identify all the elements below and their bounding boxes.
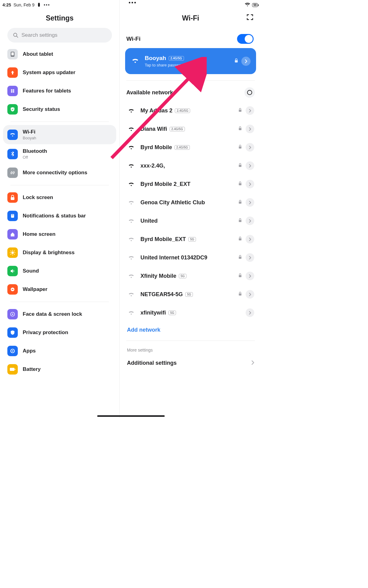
sidebar-item-notifs[interactable]: Notifications & status bar	[3, 207, 116, 225]
network-ssid: United	[140, 218, 158, 224]
divider	[10, 185, 109, 185]
sidebar-item-label: Battery	[23, 366, 41, 372]
svg-rect-33	[239, 183, 242, 185]
network-row[interactable]: xfinitywifi5G	[125, 303, 256, 322]
network-details-button[interactable]	[246, 235, 254, 243]
svg-rect-36	[239, 238, 242, 240]
svg-rect-32	[239, 165, 242, 167]
additional-settings-row[interactable]: Additional settings	[125, 356, 256, 371]
sidebar-item-wifi[interactable]: Wi-FiBooyah	[3, 125, 116, 144]
wifi-title: Wi-Fi	[182, 14, 199, 22]
sidebar-item-wallpaper[interactable]: Wallpaper	[3, 280, 116, 299]
network-details-button[interactable]	[246, 272, 254, 280]
network-row[interactable]: Byrd Mobile2.4G/5G	[125, 138, 256, 156]
sidebar-item-more-conn[interactable]: More connectivity options	[3, 164, 116, 182]
refresh-button[interactable]	[244, 87, 255, 98]
sidebar-item-apps[interactable]: Apps	[3, 342, 116, 360]
network-ssid: xfinitywifi	[140, 310, 166, 316]
svg-point-28	[247, 90, 252, 95]
wifi-status-icon	[245, 2, 250, 8]
sidebar-item-features[interactable]: Features for tablets	[3, 82, 116, 100]
wifi-toggle[interactable]	[237, 34, 254, 44]
qr-scan-button[interactable]	[246, 13, 254, 21]
sidebar-item-updater[interactable]: System apps updater	[3, 63, 116, 82]
network-details-button[interactable]	[246, 106, 254, 115]
svg-line-18	[14, 251, 15, 251]
network-details-button[interactable]	[246, 217, 254, 225]
lock-icon	[238, 108, 242, 113]
lock-icon	[238, 200, 242, 205]
network-row[interactable]: My Adidas 22.4G/5G	[125, 101, 256, 120]
svg-rect-38	[239, 275, 242, 277]
svg-rect-31	[239, 146, 242, 149]
network-row[interactable]: Byrd Mobile_EXT5G	[125, 230, 256, 248]
wifi-signal-icon	[127, 108, 136, 113]
sidebar-item-privacy[interactable]: Privacy protection	[3, 323, 116, 342]
network-row[interactable]: Genoa City Athletic Club	[125, 193, 256, 212]
network-details-button[interactable]	[246, 143, 254, 152]
lock-icon	[7, 192, 18, 203]
wifi-signal-icon	[127, 255, 136, 260]
network-row[interactable]: NETGEAR54-5G5G	[125, 285, 256, 303]
divider	[126, 341, 255, 341]
tablet-icon	[7, 49, 18, 59]
sidebar-item-label: More connectivity options	[23, 170, 87, 176]
sidebar-item-battery[interactable]: Battery	[3, 360, 116, 379]
network-details-button[interactable]	[246, 198, 254, 207]
network-ssid: Byrd Mobile	[140, 144, 172, 151]
settings-title: Settings	[0, 10, 119, 28]
sidebar-item-display[interactable]: Display & brightness	[3, 243, 116, 262]
connected-subtitle: Tap to share password	[145, 63, 185, 67]
network-row[interactable]: xxx-2.4G,	[125, 156, 256, 175]
svg-point-0	[13, 33, 17, 36]
wifi-signal-icon	[127, 310, 136, 315]
network-row[interactable]: United	[125, 212, 256, 230]
network-details-button[interactable]	[246, 125, 254, 133]
svg-rect-37	[239, 257, 242, 259]
svg-rect-34	[239, 202, 242, 204]
sidebar-item-bluetooth[interactable]: BluetoothOff	[3, 144, 116, 164]
sidebar-item-lock[interactable]: Lock screen	[3, 188, 116, 207]
home-indicator[interactable]	[97, 415, 165, 417]
wifi-signal-icon	[127, 182, 136, 187]
band-chip: 2.4G/5G	[175, 108, 190, 113]
sidebar-item-face[interactable]: Face data & screen lock	[3, 305, 116, 323]
network-details-button[interactable]	[246, 161, 254, 170]
svg-rect-8	[11, 197, 14, 200]
svg-point-6	[11, 91, 13, 93]
network-details-button[interactable]	[246, 253, 254, 262]
network-row[interactable]: United Internet 01342DC9	[125, 248, 256, 267]
svg-line-17	[14, 254, 15, 255]
lock-icon	[238, 145, 242, 150]
status-bar: 4:25 Sun, Feb 9 98	[0, 0, 262, 9]
arrow-up-icon	[7, 67, 18, 78]
more-icon[interactable]	[44, 4, 49, 6]
network-details-button[interactable]	[246, 308, 254, 317]
sidebar-item-sound[interactable]: Sound	[3, 262, 116, 280]
svg-rect-3	[11, 52, 14, 55]
network-ssid: NETGEAR54-5G	[140, 291, 183, 298]
bluetooth-icon	[7, 149, 18, 159]
sidebar-item-about[interactable]: About tablet	[3, 45, 116, 63]
svg-rect-27	[235, 60, 238, 62]
network-row[interactable]: Byrd Mobile 2_EXT	[125, 175, 256, 193]
sidebar-item-label: Wallpaper	[23, 286, 48, 292]
grid-icon	[7, 86, 18, 96]
sidebar-item-home[interactable]: Home screen	[3, 225, 116, 243]
overflow-icon[interactable]	[129, 2, 136, 3]
shield-check-icon	[7, 104, 18, 115]
add-network-button[interactable]: Add network	[125, 322, 256, 341]
lock-icon	[238, 255, 242, 260]
svg-point-7	[13, 91, 14, 93]
connected-network-card[interactable]: Booyah 2.4G/5G Tap to share password	[125, 48, 256, 74]
network-details-button[interactable]	[241, 57, 251, 66]
network-row[interactable]: Xfinity Mobile5G	[125, 267, 256, 285]
network-details-button[interactable]	[246, 180, 254, 188]
search-input[interactable]: Search settings	[7, 28, 112, 43]
divider	[10, 302, 109, 302]
sidebar-item-security[interactable]: Security status	[3, 100, 116, 119]
network-row[interactable]: Diana Wifi2.4G/5G	[125, 120, 256, 138]
network-details-button[interactable]	[246, 290, 254, 299]
wifi-icon	[131, 58, 139, 65]
svg-point-22	[12, 314, 13, 315]
